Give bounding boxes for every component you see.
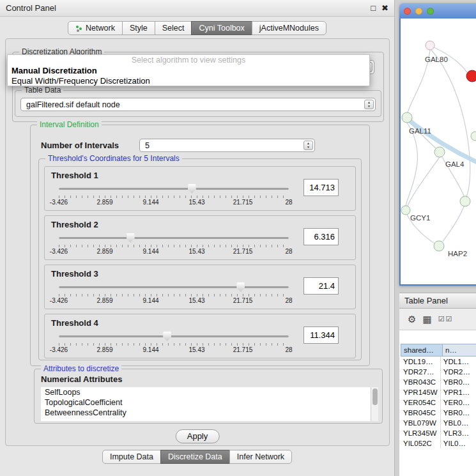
table-cell: YBR045C	[401, 408, 441, 418]
table-cell: YBL0…	[441, 418, 476, 428]
table-row[interactable]: YPR145WYPR1…	[401, 387, 476, 397]
threshold-value-field[interactable]	[303, 277, 339, 295]
attribute-item[interactable]: TopologicalCoefficient	[41, 397, 378, 408]
table-row[interactable]: YIL052CYIL0…	[401, 438, 476, 449]
table-row[interactable]: YER054CYER0…	[401, 397, 476, 408]
close-window-icon[interactable]: ✖	[381, 3, 388, 13]
table-row[interactable]: YBL079WYBL0…	[401, 418, 476, 428]
scale-label: 15.43	[188, 297, 204, 304]
network-node[interactable]	[466, 70, 476, 82]
slider-ticks	[59, 343, 289, 346]
stepper-down-icon: ▼	[367, 105, 371, 108]
threshold-slider[interactable]	[59, 183, 289, 195]
dropdown-option-manual-discretization[interactable]: Manual Discretization	[8, 66, 369, 76]
slider-thumb-icon[interactable]	[163, 332, 171, 341]
column-header-name[interactable]: n…	[443, 344, 476, 357]
zoom-traffic-light-icon[interactable]	[427, 8, 434, 15]
slider-thumb-icon[interactable]	[188, 184, 196, 194]
slider-scale: -3.4262.8599.14415.4321.71528	[59, 248, 289, 256]
table-row[interactable]: YDR27…YDR2…	[401, 367, 476, 377]
table-toolbar: ⚙ ▦ ☑☑	[399, 309, 476, 330]
table-row[interactable]: YBR043CYBR0…	[401, 377, 476, 387]
table-cell: YBR0…	[441, 408, 476, 418]
combo-stepper[interactable]: ▲ ▼	[303, 141, 313, 150]
threshold-value-field[interactable]	[303, 179, 339, 196]
threshold-label: Threshold 3	[51, 269, 98, 279]
control-panel-window: Control Panel □ ✖ NetworkStyleSelectCyni…	[0, 0, 395, 476]
table-body: YDL19…YDL1…YDR27…YDR2…YBR043CYBR0…YPR145…	[401, 357, 476, 449]
table-row[interactable]: YLR345WYLR3…	[401, 428, 476, 438]
network-node[interactable]	[426, 41, 434, 50]
network-node[interactable]	[460, 196, 470, 206]
bottom-tab-discretize-data[interactable]: Discretize Data	[160, 450, 230, 464]
network-window-titlebar[interactable]	[399, 3, 476, 19]
table-row[interactable]: YBR045CYBR0…	[401, 408, 476, 418]
network-view-window: GAL80GAL11GAL4GCY1HAP2	[399, 3, 476, 286]
network-node[interactable]	[402, 112, 412, 123]
tab-label: Discretize Data	[168, 452, 222, 461]
table-cell: YDR2…	[441, 367, 476, 377]
slider-scale: -3.4262.8599.14415.4321.71528	[59, 297, 289, 305]
threshold-value-field[interactable]	[303, 326, 339, 344]
threshold-slider[interactable]	[59, 233, 289, 244]
attribute-item[interactable]: BetweennessCentrality	[41, 408, 378, 418]
table-header-row: shared… n…	[401, 344, 476, 357]
slider-thumb-icon[interactable]	[127, 233, 135, 243]
control-panel-titlebar[interactable]: Control Panel □ ✖	[0, 0, 394, 17]
tab-network[interactable]: Network	[68, 21, 123, 35]
dropdown-placeholder-option[interactable]: Select algorithm to view settings	[8, 56, 369, 66]
number-of-intervals-value: 5	[145, 141, 150, 150]
threshold-panel: Threshold 1 -3.4262.8599.14415.4321.7152…	[44, 166, 356, 211]
settings-gear-icon[interactable]: ⚙	[408, 314, 416, 325]
tab-jactivemnodules[interactable]: jActiveMNodules	[252, 21, 326, 35]
cyni-toolbox-panel: Discretization Algorithm ▲ ▼ Select algo…	[5, 38, 390, 446]
group-title: Table Data	[22, 86, 63, 95]
close-traffic-light-icon[interactable]	[404, 8, 411, 15]
slider-thumb-icon[interactable]	[236, 282, 245, 292]
table-cell: YPR145W	[401, 387, 441, 397]
thresholds-coordinates-group: Threshold's Coordinates for 5 Intervals …	[38, 158, 362, 360]
slider-track[interactable]	[59, 286, 289, 288]
slider-track[interactable]	[59, 335, 289, 337]
slider-track[interactable]	[59, 237, 289, 239]
number-of-intervals-combobox[interactable]: 5 ▲ ▼	[139, 139, 315, 152]
numerical-attributes-list[interactable]: SelfLoopsTopologicalCoefficientBetweenne…	[41, 387, 378, 421]
minimize-traffic-light-icon[interactable]	[415, 8, 422, 15]
dropdown-option-equal-width-frequency[interactable]: Equal Width/Frequency Discretization	[8, 76, 369, 86]
select-columns-checkboxes-icon[interactable]: ☑☑	[438, 315, 454, 323]
network-canvas[interactable]: GAL80GAL11GAL4GCY1HAP2	[399, 19, 476, 286]
scrollbar-thumb[interactable]	[372, 388, 378, 405]
node-label: GCY1	[410, 214, 430, 222]
attributes-scrollbar[interactable]	[371, 387, 378, 421]
tab-cyni-toolbox[interactable]: Cyni Toolbox	[191, 21, 252, 35]
bottom-tab-impute-data[interactable]: Impute Data	[102, 450, 161, 464]
network-node[interactable]	[434, 147, 445, 157]
threshold-slider[interactable]	[59, 282, 289, 293]
table-panel-header: Table Panel	[399, 293, 476, 309]
threshold-value-field[interactable]	[303, 228, 339, 245]
table-data-combobox[interactable]: galFiltered.sif default node ▲ ▼	[20, 98, 376, 111]
network-node[interactable]	[471, 132, 476, 141]
bottom-tab-infer-network[interactable]: Infer Network	[229, 450, 292, 464]
table-row[interactable]: YDL19…YDL1…	[401, 357, 476, 367]
tab-select[interactable]: Select	[155, 21, 192, 35]
threshold-slider[interactable]	[59, 331, 289, 342]
scale-label: -3.426	[50, 199, 68, 206]
threshold-panel: Threshold 2 -3.4262.8599.14415.4321.7152…	[44, 215, 356, 260]
attribute-item[interactable]: SelfLoops	[41, 387, 378, 397]
slider-track[interactable]	[59, 188, 289, 190]
group-title: Threshold's Coordinates for 5 Intervals	[45, 154, 182, 163]
network-node[interactable]	[434, 241, 444, 251]
scale-label: 28	[285, 248, 292, 255]
table-cell: YBL079W	[401, 418, 441, 428]
column-header-shared-name[interactable]: shared…	[401, 344, 443, 357]
column-layout-icon[interactable]: ▦	[422, 314, 431, 325]
node-label: GAL80	[425, 56, 448, 63]
apply-button[interactable]: Apply	[176, 429, 220, 443]
float-window-icon[interactable]: □	[371, 3, 376, 13]
network-node[interactable]	[401, 206, 410, 215]
combo-stepper[interactable]: ▲ ▼	[364, 100, 374, 109]
network-edge	[407, 157, 440, 207]
tab-style[interactable]: Style	[122, 21, 155, 35]
tab-label: Network	[86, 24, 115, 33]
